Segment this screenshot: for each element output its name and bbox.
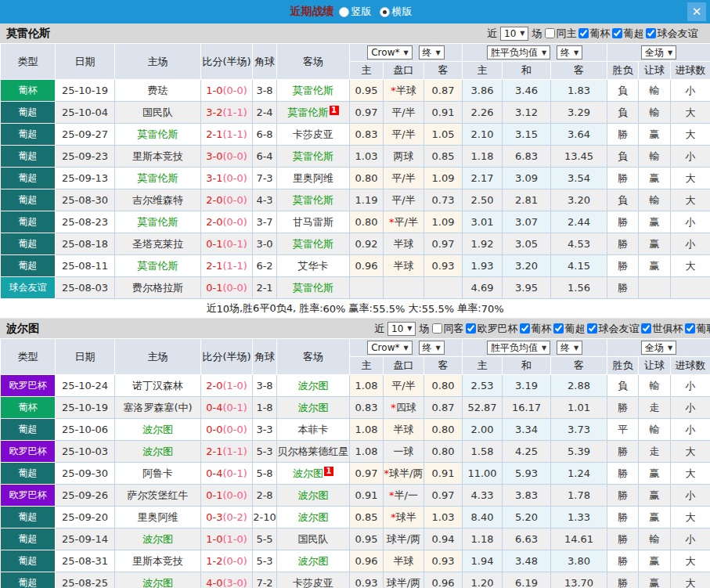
avg-state-select[interactable]: 终▼ xyxy=(557,341,582,355)
match-count-select[interactable]: 10▼ xyxy=(387,322,416,336)
home-team[interactable]: 吉尔维森特 xyxy=(132,194,183,206)
home-team[interactable]: 莫雷伦斯 xyxy=(138,260,178,272)
home-team[interactable]: 波尔图 xyxy=(142,533,173,545)
home-team-cell: 阿鲁卡 xyxy=(115,463,201,485)
away-team[interactable]: 波尔图 xyxy=(298,380,329,391)
home-team[interactable]: 萨尔茨堡红牛 xyxy=(128,489,189,501)
league-filter[interactable]: 葡杯 xyxy=(520,322,551,336)
away-team[interactable]: 莫雷伦斯 xyxy=(293,282,333,294)
home-team[interactable]: 国民队 xyxy=(142,106,173,118)
league-filter-checkbox[interactable] xyxy=(641,323,651,334)
col-corner: 角球 xyxy=(253,44,277,80)
home-team[interactable]: 圣塔克莱拉 xyxy=(132,238,183,250)
corner-score: 5-8 xyxy=(253,463,277,485)
league-filter[interactable]: 欧罗巴杯 xyxy=(466,322,517,336)
home-team[interactable]: 莫雷伦斯 xyxy=(138,128,178,140)
away-team[interactable]: 莫雷伦斯 xyxy=(293,238,333,250)
avg-home: 4.69 xyxy=(463,277,503,299)
radio-vertical-label[interactable]: 竖版 xyxy=(351,5,372,19)
away-team[interactable]: 里奥阿维 xyxy=(293,172,333,184)
away-team[interactable]: 甘马雷斯 xyxy=(293,216,333,228)
radio-vertical[interactable] xyxy=(339,7,349,17)
close-icon[interactable]: ✕ xyxy=(687,2,706,21)
scope-select[interactable]: 全场▼ xyxy=(641,341,676,355)
away-team[interactable]: 莫雷伦斯 xyxy=(293,85,333,96)
avg-type-select[interactable]: 胜平负均值▼ xyxy=(487,341,550,355)
away-team-cell: 甘马雷斯 xyxy=(277,211,350,233)
league-filter-checkbox[interactable] xyxy=(466,323,476,334)
league-filter[interactable]: 同主 xyxy=(545,27,576,41)
col-goals: 进球数 xyxy=(671,62,710,80)
home-team-cell: 诺丁汉森林 xyxy=(115,375,201,397)
home-team[interactable]: 波尔图 xyxy=(142,446,173,457)
away-team[interactable]: 艾华卡 xyxy=(298,260,329,272)
league-filter[interactable]: 葡超 xyxy=(612,27,643,41)
league-filter-checkbox[interactable] xyxy=(578,28,589,38)
col-odds-home: 主 xyxy=(350,62,384,80)
home-team[interactable]: 费尔格拉斯 xyxy=(132,282,183,294)
home-team[interactable]: 波尔图 xyxy=(142,424,173,435)
avg-state-select[interactable]: 终▼ xyxy=(557,45,582,60)
match-date: 25-08-23 xyxy=(56,211,115,233)
league-filter[interactable]: 葡联杯 xyxy=(685,322,710,336)
away-team-cell: 波尔图 xyxy=(277,507,350,528)
league-filter-checkbox[interactable] xyxy=(612,28,622,38)
league-badge: 葡超 xyxy=(1,255,56,277)
league-filter[interactable]: 世俱杯 xyxy=(641,322,683,336)
radio-horizontal[interactable] xyxy=(380,7,390,17)
away-team[interactable]: 波尔图 xyxy=(298,511,329,523)
home-team[interactable]: 塞洛罗森塞(中) xyxy=(123,402,192,413)
away-team[interactable]: 波尔图 xyxy=(293,467,323,479)
result-winlose: 平 xyxy=(607,419,639,441)
home-team[interactable]: 里斯本竞技 xyxy=(132,555,183,567)
away-team[interactable]: 贝尔格莱德红星 xyxy=(278,446,349,457)
home-team[interactable]: 莫雷伦斯 xyxy=(138,216,178,228)
odds-source-select[interactable]: Crow*▼ xyxy=(367,341,412,355)
home-team[interactable]: 诺丁汉森林 xyxy=(132,380,183,391)
odds-state-select[interactable]: 终▼ xyxy=(419,341,445,355)
avg-home: 1.93 xyxy=(463,255,503,277)
away-team[interactable]: 莫雷伦斯 xyxy=(293,150,333,162)
home-team[interactable]: 里奥阿维 xyxy=(138,511,178,523)
away-team[interactable]: 本菲卡 xyxy=(298,424,329,435)
avg-home: 1.92 xyxy=(463,233,503,255)
away-team[interactable]: 莫雷伦斯 xyxy=(288,106,329,118)
league-filter[interactable]: 葡超 xyxy=(553,322,585,336)
match-count-select[interactable]: 10▼ xyxy=(500,27,528,41)
home-team[interactable]: 莫雷伦斯 xyxy=(138,172,178,184)
scope-select[interactable]: 全场▼ xyxy=(641,45,676,60)
away-team[interactable]: 波尔图 xyxy=(298,489,329,501)
avg-type-select[interactable]: 胜平负均值▼ xyxy=(487,45,550,60)
league-filter-checkbox[interactable] xyxy=(432,323,442,334)
league-filter[interactable]: 球会友谊 xyxy=(646,27,697,41)
home-team-cell: 圣塔克莱拉 xyxy=(115,233,201,255)
odds-source-select[interactable]: Crow*▼ xyxy=(367,45,412,60)
league-filter-checkbox[interactable] xyxy=(646,28,656,38)
away-team[interactable]: 卡莎皮亚 xyxy=(293,577,333,588)
avg-draw: 5.93 xyxy=(503,463,551,485)
away-odds: 0.85 xyxy=(424,146,463,168)
handicap: *球半/两 xyxy=(384,463,424,485)
league-filter[interactable]: 葡杯 xyxy=(578,27,610,41)
league-filter-checkbox[interactable] xyxy=(520,323,530,334)
away-team[interactable]: 波尔图 xyxy=(298,402,329,413)
league-filter-checkbox[interactable] xyxy=(587,323,597,334)
home-team[interactable]: 阿鲁卡 xyxy=(142,467,173,479)
league-filter[interactable]: 球会友谊 xyxy=(587,322,639,336)
chevron-down-icon: ▼ xyxy=(574,49,578,56)
home-team[interactable]: 波尔图 xyxy=(142,577,173,588)
away-team[interactable]: 波尔图 xyxy=(298,555,329,567)
home-team[interactable]: 里斯本竞技 xyxy=(132,150,183,162)
games-label: 场 xyxy=(532,27,542,41)
result-goals: 小 xyxy=(671,146,710,168)
radio-horizontal-label[interactable]: 横版 xyxy=(392,5,413,19)
home-team[interactable]: 费珐 xyxy=(148,85,168,96)
league-filter-checkbox[interactable] xyxy=(545,28,555,38)
league-filter-checkbox[interactable] xyxy=(553,323,564,334)
league-filter-checkbox[interactable] xyxy=(685,323,695,334)
odds-state-select[interactable]: 终▼ xyxy=(419,45,445,60)
away-team[interactable]: 国民队 xyxy=(298,533,329,545)
away-team[interactable]: 莫雷伦斯 xyxy=(293,194,333,206)
league-filter[interactable]: 同客 xyxy=(432,322,463,336)
away-team[interactable]: 卡莎皮亚 xyxy=(293,128,333,140)
